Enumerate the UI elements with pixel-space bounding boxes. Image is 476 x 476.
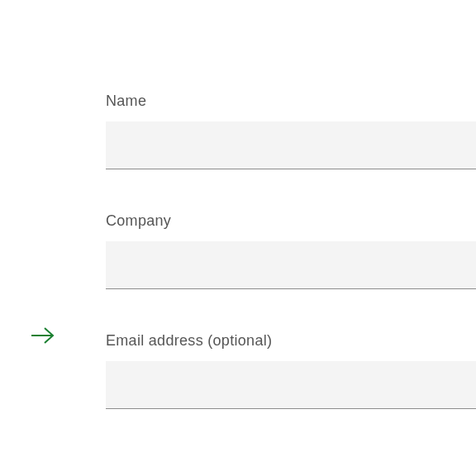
field-group-email: Email address (optional) <box>106 332 476 409</box>
form-container: Name Company Email address (optional) <box>106 93 476 409</box>
company-label: Company <box>106 212 476 230</box>
company-input[interactable] <box>106 241 476 289</box>
name-label: Name <box>106 93 476 110</box>
email-label: Email address (optional) <box>106 332 476 350</box>
arrow-right-icon <box>30 326 56 345</box>
email-input[interactable] <box>106 361 476 409</box>
field-group-name: Name <box>106 93 476 169</box>
field-group-company: Company <box>106 212 476 289</box>
name-input[interactable] <box>106 121 476 169</box>
